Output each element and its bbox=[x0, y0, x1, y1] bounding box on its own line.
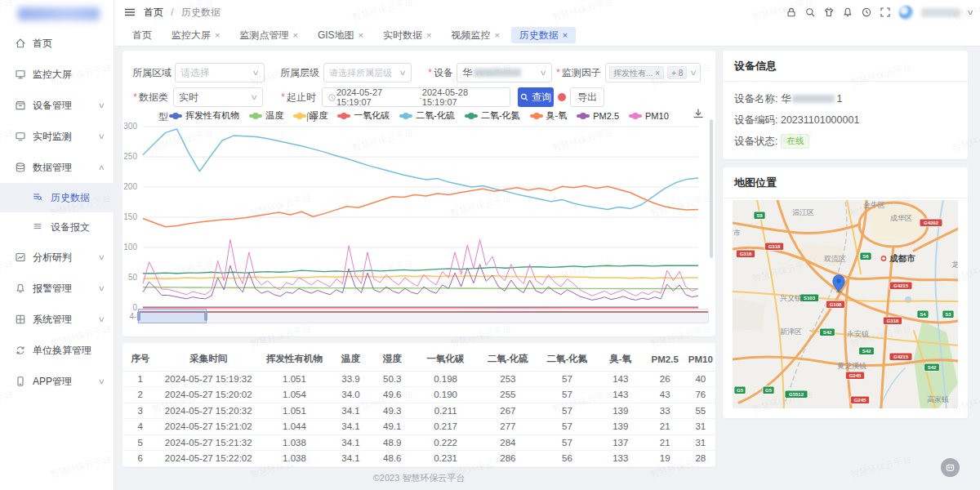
table-cell: 137 bbox=[597, 434, 644, 451]
close-icon[interactable]: × bbox=[563, 30, 568, 40]
road-shield: S8 bbox=[754, 212, 765, 220]
tab-GIS地图[interactable]: GIS地图× bbox=[310, 27, 372, 43]
legend-marker bbox=[337, 114, 350, 118]
sidebar-item-system[interactable]: 系统管理∨ bbox=[0, 304, 114, 335]
sidebar-item-analysis[interactable]: 分析研判∨ bbox=[0, 242, 114, 273]
datazoom-slider[interactable] bbox=[137, 309, 709, 323]
query-chart-card: 所属区域 请选择∨ 所属层级 请选择所属层级∨ *设备 华 ∨ *监测因子 挥发… bbox=[122, 51, 715, 336]
table-cell: 5 bbox=[122, 434, 158, 451]
table-cell: 1.044 bbox=[259, 419, 330, 435]
sidebar-item-data[interactable]: 数据管理∧ bbox=[0, 152, 114, 183]
device-code-row: 设备编码: 20231101000001 bbox=[723, 109, 968, 131]
close-icon[interactable]: × bbox=[426, 30, 431, 40]
svg-text:G5: G5 bbox=[737, 388, 744, 393]
sidebar-item-screen[interactable]: 监控大屏 bbox=[0, 59, 114, 90]
tab-视频监控[interactable]: 视频监控× bbox=[443, 27, 507, 43]
svg-text:G108: G108 bbox=[830, 302, 842, 307]
table-cell: 19 bbox=[644, 451, 686, 467]
table-cell: 0.190 bbox=[413, 387, 479, 403]
sidebar-item-label: 设备管理 bbox=[33, 99, 72, 113]
datazoom-handle-right[interactable] bbox=[204, 311, 207, 321]
assistant-float-button[interactable] bbox=[941, 458, 960, 477]
svg-text:G318: G318 bbox=[887, 318, 899, 323]
tab-首页[interactable]: 首页 bbox=[124, 27, 160, 43]
svg-text:200: 200 bbox=[123, 182, 137, 191]
sidebar-item-unit[interactable]: 单位换算管理 bbox=[0, 335, 114, 366]
column-header: 序号 bbox=[122, 348, 158, 371]
table-cell: 0.231 bbox=[413, 451, 479, 467]
device-icon bbox=[15, 100, 26, 111]
table-cell: 255 bbox=[479, 387, 538, 403]
map-canvas[interactable]: S8G4202G318G318S6G4215S103G108G318S4S3S4… bbox=[733, 200, 958, 408]
clock-icon[interactable] bbox=[861, 7, 872, 18]
datazoom-window[interactable] bbox=[138, 309, 207, 323]
lock-icon[interactable] bbox=[786, 7, 797, 18]
level-select[interactable]: 请选择所属层级∨ bbox=[323, 63, 412, 82]
map-label: 龙 bbox=[951, 261, 958, 269]
sidebar-item-device[interactable]: 设备管理∨ bbox=[0, 90, 114, 121]
chevron-down-icon: ∨ bbox=[252, 69, 261, 77]
city-label: 成都市 bbox=[889, 253, 915, 263]
scrollbar-thumb[interactable] bbox=[710, 119, 713, 258]
svg-text:G4202: G4202 bbox=[924, 220, 939, 225]
history-data-table: 序号采集时间挥发性有机物温度湿度一氧化碳二氧-化硫二氧-化氮臭-氧PM2.5PM… bbox=[122, 348, 715, 467]
notice-badge bbox=[558, 93, 566, 101]
time-label: *起止时间 bbox=[276, 87, 316, 107]
table-cell: 1 bbox=[122, 371, 158, 387]
legend-marker bbox=[249, 114, 262, 118]
table-cell: 284 bbox=[479, 434, 538, 451]
export-button[interactable]: 导出 bbox=[570, 87, 604, 107]
tab-监测点管理[interactable]: 监测点管理× bbox=[231, 27, 305, 43]
chevron-down-icon[interactable]: ∨ bbox=[967, 8, 975, 16]
svg-text:S8: S8 bbox=[756, 213, 763, 218]
close-icon[interactable]: × bbox=[359, 30, 363, 40]
avatar[interactable] bbox=[898, 5, 914, 20]
table-cell: 48.6 bbox=[372, 451, 413, 467]
sidebar-item-history[interactable]: 历史数据 bbox=[0, 183, 114, 212]
tab-实时数据[interactable]: 实时数据× bbox=[375, 27, 439, 43]
theme-icon[interactable] bbox=[823, 7, 835, 18]
svg-text:S4: S4 bbox=[920, 312, 926, 317]
time-range-input[interactable]: 2024-05-27 15:19:07 - 2024-05-28 15:19:0… bbox=[322, 87, 510, 107]
datazoom-handle-left[interactable] bbox=[137, 311, 140, 321]
tab-监控大屏[interactable]: 监控大屏× bbox=[163, 27, 228, 43]
close-icon[interactable]: × bbox=[494, 30, 499, 40]
table-cell: 56 bbox=[537, 451, 597, 467]
factor-tag[interactable]: 挥发性有...× bbox=[609, 66, 664, 79]
fullscreen-icon[interactable] bbox=[880, 7, 891, 18]
datatype-select[interactable]: 实时∨ bbox=[173, 87, 263, 107]
map-label: 高家镇 bbox=[927, 395, 949, 403]
robot-icon bbox=[946, 463, 955, 472]
svg-text:G245: G245 bbox=[854, 398, 866, 403]
close-icon[interactable]: × bbox=[292, 30, 297, 40]
system-icon bbox=[15, 314, 26, 325]
table-cell: 1.054 bbox=[259, 387, 330, 403]
search-button[interactable]: 查询 bbox=[518, 87, 554, 107]
close-icon[interactable]: × bbox=[215, 30, 220, 40]
sidebar-item-alarm[interactable]: 报警管理∨ bbox=[0, 273, 114, 304]
sidebar-item-home[interactable]: 首页 bbox=[0, 28, 114, 59]
region-select[interactable]: 请选择∨ bbox=[175, 63, 265, 82]
menu-icon[interactable] bbox=[124, 7, 136, 18]
sidebar-item-app[interactable]: APP管理∨ bbox=[0, 366, 114, 397]
sidebar-item-message[interactable]: 设备报文 bbox=[0, 212, 114, 242]
table-cell: 143 bbox=[597, 371, 644, 387]
table-cell: 34.1 bbox=[330, 451, 372, 467]
tab-历史数据[interactable]: 历史数据× bbox=[511, 27, 576, 43]
table-cell: 57 bbox=[537, 387, 597, 403]
bell-icon[interactable] bbox=[842, 7, 853, 18]
svg-text:50: 50 bbox=[128, 273, 138, 282]
sidebar-item-monitor[interactable]: 实时监测∨ bbox=[0, 121, 114, 152]
factor-select[interactable]: 挥发性有...× + 8 ∨ bbox=[605, 63, 701, 82]
svg-text:S42: S42 bbox=[823, 330, 832, 335]
sidebar-item-label: 首页 bbox=[33, 37, 52, 51]
device-select[interactable]: 华 ∨ bbox=[457, 63, 552, 82]
column-header: 二氧-化硫 bbox=[479, 348, 538, 371]
breadcrumb-home[interactable]: 首页 bbox=[144, 7, 163, 18]
factor-more-tag[interactable]: + 8 bbox=[667, 66, 687, 79]
home-icon bbox=[15, 38, 26, 49]
search-icon[interactable] bbox=[804, 7, 816, 18]
breadcrumb: 首页 / 历史数据 bbox=[144, 6, 220, 20]
table-row: 42024-05-27 15:21:021.04434.149.10.21727… bbox=[122, 419, 715, 435]
map-label: 永安镇 bbox=[847, 330, 869, 338]
